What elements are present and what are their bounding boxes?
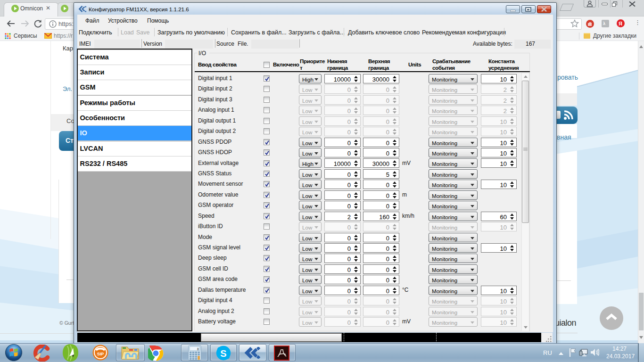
svg-text:8: 8 — [197, 347, 199, 351]
svg-text:S: S — [220, 348, 226, 359]
svg-text:SIP: SIP — [97, 352, 104, 356]
